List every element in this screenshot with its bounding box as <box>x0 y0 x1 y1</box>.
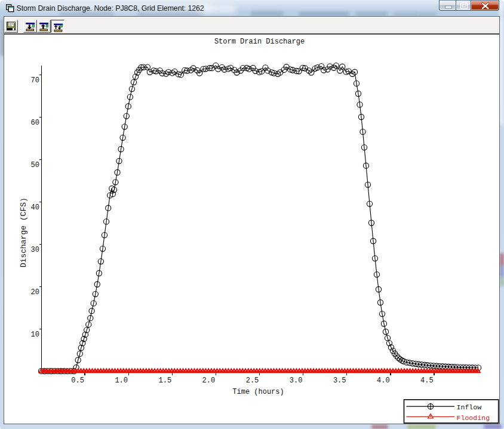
svg-text:1.5: 1.5 <box>158 376 171 385</box>
svg-text:40: 40 <box>31 203 39 212</box>
svg-text:1.0: 1.0 <box>115 376 128 385</box>
svg-text:Time (hours): Time (hours) <box>232 388 284 396</box>
svg-text:2.0: 2.0 <box>202 376 216 385</box>
svg-text:Discharge (CFS): Discharge (CFS) <box>19 197 28 267</box>
svg-text:2.5: 2.5 <box>246 376 259 385</box>
svg-text:70: 70 <box>31 76 39 85</box>
svg-text:3.5: 3.5 <box>333 376 346 385</box>
svg-text:60: 60 <box>31 119 39 127</box>
svg-text:Storm Drain Discharge: Storm Drain Discharge <box>214 38 305 46</box>
svg-text:10: 10 <box>31 331 39 339</box>
svg-text:4.0: 4.0 <box>377 376 390 385</box>
svg-text:4.5: 4.5 <box>420 376 434 385</box>
svg-text:0.5: 0.5 <box>71 376 84 385</box>
svg-text:50: 50 <box>31 161 39 169</box>
svg-text:Flooding: Flooding <box>457 414 490 422</box>
svg-text:30: 30 <box>31 246 39 254</box>
svg-text:Inflow: Inflow <box>457 403 482 411</box>
svg-text:3.0: 3.0 <box>290 376 303 385</box>
svg-text:20: 20 <box>31 288 39 297</box>
